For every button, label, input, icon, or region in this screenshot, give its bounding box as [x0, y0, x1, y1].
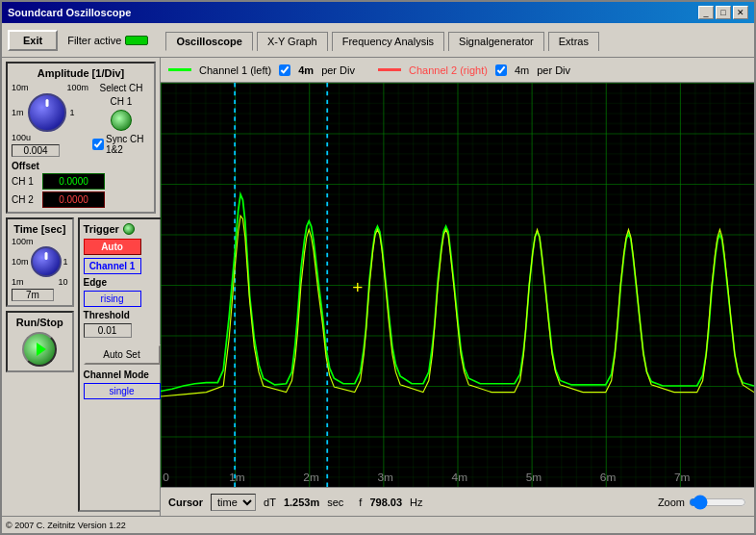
run-stop-button[interactable] — [22, 332, 57, 367]
time-scale-bot: 1m 10 — [12, 277, 68, 287]
time-section: Time [sec] 100m 10m 1 — [6, 217, 74, 307]
zoom-label: Zoom — [658, 497, 685, 508]
ch1-value: 4m — [298, 64, 314, 76]
tab-bar: Oscilloscope X-Y Graph Frequency Analysi… — [165, 31, 601, 50]
amplitude-value-input[interactable] — [12, 144, 60, 157]
trigger-led — [123, 223, 135, 235]
dt-unit: sec — [327, 497, 343, 508]
ch2-color-line — [378, 68, 401, 71]
ch2-value: 4m — [515, 64, 529, 76]
zoom-area: Zoom — [658, 495, 746, 510]
filter-active-label: Filter active — [67, 35, 121, 46]
zoom-slider[interactable] — [689, 495, 746, 510]
minimize-button[interactable]: _ — [698, 6, 714, 19]
time-10: 10 — [59, 277, 68, 287]
trigger-section: Trigger Auto Channel 1 Edge rising Thres… — [78, 217, 166, 512]
filter-led — [125, 36, 148, 45]
x-label-2m: 2m — [303, 472, 318, 484]
dt-value: 1.253m — [284, 497, 319, 508]
trigger-mode-button[interactable]: Auto — [84, 239, 141, 255]
x-label-7m: 7m — [674, 472, 690, 484]
time-scale-top: 100m — [12, 237, 68, 246]
auto-set-button[interactable]: Auto Set — [84, 344, 161, 365]
amplitude-knob[interactable] — [28, 93, 66, 132]
run-stop-title: Run/Stop — [12, 317, 68, 328]
amp-scale-bot: 100u — [12, 133, 88, 142]
time-1: 1 — [63, 257, 68, 267]
ch2-per-div: per Div — [537, 64, 570, 76]
scope-svg: + 0 1m 2m 3m 4m 5m 6m 7m Time [sec] — [161, 83, 754, 487]
x-label-1m: 1m — [229, 472, 244, 484]
tab-frequency-analysis[interactable]: Frequency Analysis — [332, 32, 444, 51]
channel-bar: Channel 1 (left) 4m per Div Channel 2 (r… — [161, 58, 754, 83]
ch1-per-div: per Div — [321, 64, 355, 76]
trigger-title: Trigger — [84, 223, 119, 235]
cursor-label: Cursor — [168, 497, 203, 508]
ch1-checkbox[interactable] — [279, 64, 290, 76]
tab-extras[interactable]: Extras — [548, 32, 599, 51]
filter-active-indicator: Filter active — [67, 35, 148, 46]
amp-scale-100u: 100u — [12, 133, 31, 142]
ch2-offset-row: CH 2 0.0000 — [12, 191, 150, 208]
title-bar: Soundcard Oszilloscope _ □ ✕ — [2, 2, 754, 23]
ch1-label: CH 1 — [111, 96, 133, 107]
cursor-type-select[interactable]: time — [211, 494, 256, 511]
tab-oscilloscope[interactable]: Oscilloscope — [165, 32, 252, 51]
time-knob[interactable] — [31, 246, 62, 277]
amp-scale-10m: 10m — [12, 83, 29, 92]
bottom-panels: Time [sec] 100m 10m 1 — [6, 217, 156, 512]
x-label-3m: 3m — [377, 472, 392, 484]
time-10m: 10m — [12, 257, 29, 267]
amp-scale-top: 10m 100m — [12, 83, 88, 92]
trigger-edge-button[interactable]: rising — [84, 291, 141, 307]
footer-text: © 2007 C. Zeitnitz Version 1.22 — [6, 521, 126, 530]
footer: © 2007 C. Zeitnitz Version 1.22 — [2, 516, 754, 533]
time-runstop-col: Time [sec] 100m 10m 1 — [6, 217, 74, 512]
amplitude-title: Amplitude [1/Div] — [12, 67, 150, 79]
run-stop-section: Run/Stop — [6, 311, 74, 372]
ch1-offset-label: CH 1 — [12, 176, 38, 187]
ch1-label-bar: Channel 1 (left) — [199, 64, 271, 76]
select-ch-panel: Select CH CH 1 Sync CH 1&2 — [92, 83, 150, 157]
amp-scale-100m: 100m — [66, 83, 88, 92]
amplitude-row: 10m 100m 1m 1 100u — [12, 83, 150, 157]
time-knob-row: 10m 1 — [12, 246, 68, 277]
tab-xy-graph[interactable]: X-Y Graph — [257, 32, 328, 51]
amp-scale-1: 1 — [70, 108, 75, 117]
ch1-offset-value[interactable]: 0.0000 — [42, 173, 105, 190]
close-button[interactable]: ✕ — [733, 6, 748, 19]
maximize-button[interactable]: □ — [716, 6, 731, 19]
amp-knob-row: 1m 1 — [12, 93, 88, 132]
amplitude-section: Amplitude [1/Div] 10m 100m 1m — [6, 62, 156, 214]
time-knob-indicator — [44, 252, 47, 260]
offset-section: Offset CH 1 0.0000 CH 2 0.0000 — [12, 161, 150, 208]
title-bar-buttons: _ □ ✕ — [698, 6, 748, 19]
x-label-6m: 6m — [600, 472, 616, 484]
cursor-marker: + — [352, 277, 363, 296]
sync-checkbox[interactable] — [92, 139, 104, 150]
x-label-4m: 4m — [452, 472, 467, 484]
exit-button[interactable]: Exit — [8, 30, 58, 51]
time-value-input[interactable] — [12, 289, 54, 301]
sync-row: Sync CH 1&2 — [92, 134, 150, 155]
top-bar: Exit Filter active Oscilloscope X-Y Grap… — [2, 23, 754, 58]
trigger-channel-button[interactable]: Channel 1 — [84, 258, 141, 274]
select-ch-label: Select CH — [99, 83, 142, 93]
f-value: 798.03 — [369, 497, 402, 508]
tab-signalgenerator[interactable]: Signalgenerator — [448, 32, 544, 51]
time-title: Time [sec] — [12, 223, 68, 235]
cursor-bar: Cursor time dT 1.253m sec f 798.03 Hz Zo… — [161, 487, 754, 516]
edge-title: Edge — [84, 277, 161, 288]
trigger-header: Trigger — [84, 223, 161, 235]
threshold-input[interactable] — [84, 323, 132, 338]
ch1-color-line — [168, 68, 191, 71]
ch2-checkbox[interactable] — [495, 64, 507, 76]
ch2-label-bar: Channel 2 (right) — [409, 64, 488, 76]
amplitude-knob-area: 10m 100m 1m 1 100u — [12, 83, 88, 157]
channel-mode-title: Channel Mode — [84, 369, 161, 380]
channel-mode-button[interactable]: single — [84, 383, 161, 399]
ch1-offset-row: CH 1 0.0000 — [12, 173, 150, 190]
play-icon — [37, 343, 46, 356]
ch2-offset-value[interactable]: 0.0000 — [42, 191, 105, 208]
ch1-led — [111, 110, 132, 131]
